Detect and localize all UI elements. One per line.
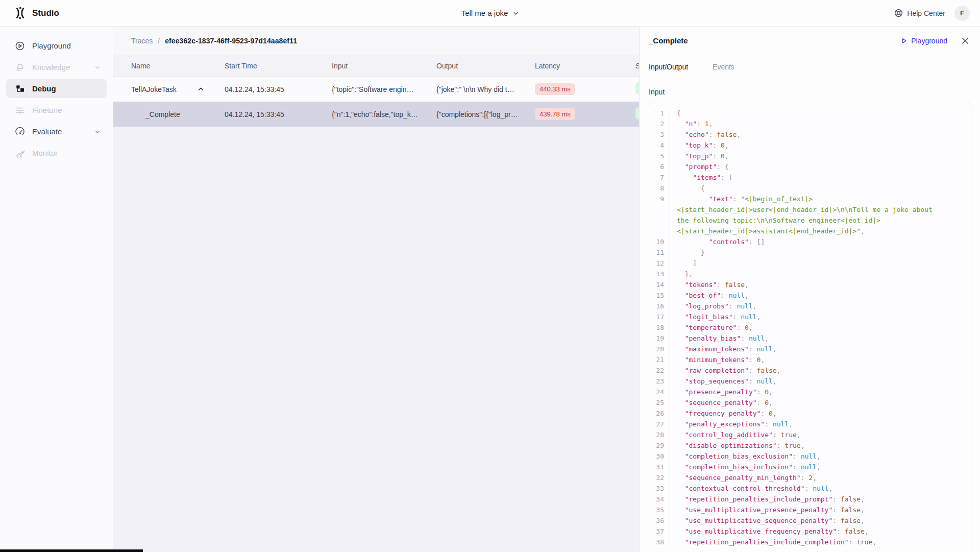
code-content: "contextual_control_threshold": null, (670, 483, 971, 494)
sidebar-item-evaluate[interactable]: Evaluate (6, 122, 107, 141)
code-line: 14 "tokens": false, (649, 279, 971, 290)
code-line: 17 "logit_bias": null, (649, 311, 971, 322)
code-line: 3 "echo": false, (649, 129, 971, 140)
line-number: 29 (649, 440, 670, 451)
user-avatar[interactable]: F (954, 6, 970, 21)
chevron-down-icon (94, 64, 101, 70)
code-line: 20 "maximum_tokens": null, (649, 344, 971, 354)
documents-icon (15, 62, 25, 73)
line-number: 30 (649, 451, 670, 462)
code-content: "use_multiplicative_frequency_penalty": … (670, 526, 971, 537)
output-cell: {"completions":[{"log_pr… (436, 110, 535, 118)
line-number: 2 (649, 118, 670, 129)
life-buoy-icon (894, 9, 903, 17)
code-line: 2 "n": 1, (649, 118, 971, 129)
sidebar-item-playground[interactable]: Playground (6, 36, 107, 55)
sidebar-item-label: Evaluate (32, 127, 62, 136)
code-line: 29 "disable_optimizations": true, (649, 440, 971, 451)
code-line: 37 "use_multiplicative_frequency_penalty… (649, 526, 971, 537)
code-line: 35 "use_multiplicative_presence_penalty"… (649, 505, 971, 515)
line-number: 27 (649, 419, 670, 429)
line-number: 16 (649, 301, 670, 311)
tab-events[interactable]: Events (713, 63, 734, 71)
sidebar-item-debug[interactable]: Debug (6, 79, 107, 98)
code-line: 6 "prompt": { (649, 161, 971, 172)
code-content: } (670, 247, 971, 258)
play-circle-icon (15, 41, 25, 51)
sidebar-item-knowledge[interactable]: Knowledge (6, 58, 107, 77)
sidebar-item-finetune[interactable]: Finetune (6, 101, 107, 119)
status-badge (635, 107, 639, 119)
avatar-initial: F (960, 9, 964, 17)
trace-row-tellajoketask[interactable]: TellAJokeTask04.12.24, 15:33:45{"topic":… (113, 77, 639, 102)
code-content: "completion_bias_exclusion": null, (670, 451, 971, 462)
column-header-name: Name (131, 62, 225, 70)
line-number: 31 (649, 462, 670, 472)
studio-logo-icon (13, 6, 27, 20)
code-content: ] (670, 258, 971, 269)
span-detail-panel: _Complete Playground Input/Output Events… (639, 27, 980, 552)
studio-app: Studio Tell me a joke Help Center F (0, 0, 980, 552)
column-header-latency: Latency (535, 62, 635, 70)
code-content: "tokens": false, (670, 279, 971, 290)
code-content: "controls": [] (670, 236, 971, 247)
brand: Studio (0, 6, 59, 20)
sidebar-item-monitor[interactable]: Monitor (6, 143, 107, 162)
code-content: "echo": false, (670, 129, 971, 140)
breadcrumb-separator: / (158, 37, 160, 45)
code-content: "use_multiplicative_presence_penalty": f… (670, 505, 971, 515)
start-time-cell: 04.12.24, 15:33:45 (225, 85, 332, 93)
column-header-input: Input (332, 62, 436, 70)
input-cell: {"n":1,"echo":false,"top_k… (332, 110, 436, 118)
shell: PlaygroundKnowledgeDebugFinetuneEvaluate… (0, 27, 980, 552)
code-content: "prompt": { (670, 161, 971, 172)
line-number: 12 (649, 258, 670, 269)
line-number: 36 (649, 515, 670, 526)
code-content: "repetition_penalties_include_prompt": f… (670, 494, 971, 505)
latency-badge: 439.78 ms (535, 108, 575, 120)
line-number: 25 (649, 397, 670, 408)
help-center-label: Help Center (907, 9, 945, 17)
help-center-button[interactable]: Help Center (894, 9, 945, 17)
trace-row--complete[interactable]: _Complete04.12.24, 15:33:45{"n":1,"echo"… (113, 102, 639, 127)
code-line: 18 "temperature": 0, (649, 322, 971, 333)
code-content: "log_probs": null, (670, 301, 971, 311)
code-content: "sequence_penalty_min_length": 2, (670, 472, 971, 483)
close-icon[interactable] (962, 37, 969, 44)
code-content: { (670, 108, 971, 118)
open-in-playground-label: Playground (911, 37, 947, 45)
chevron-down-icon (94, 129, 101, 135)
code-line: 16 "log_probs": null, (649, 301, 971, 311)
breadcrumb-traces-link[interactable]: Traces (131, 37, 153, 45)
panel-header: _Complete Playground (640, 27, 980, 55)
project-selector[interactable]: Tell me a joke (461, 9, 519, 17)
code-lines: 1{2 "n": 1,3 "echo": false,4 "top_k": 0,… (649, 108, 971, 547)
table-body: TellAJokeTask04.12.24, 15:33:45{"topic":… (113, 77, 639, 127)
code-line: 28 "control_log_additive": true, (649, 429, 971, 440)
window-edge-artifact (0, 549, 143, 552)
line-number: 21 (649, 354, 670, 365)
input-cell: {"topic":"Software engin… (332, 85, 436, 93)
code-line: 30 "completion_bias_exclusion": null, (649, 451, 971, 462)
code-content: "control_log_additive": true, (670, 429, 971, 440)
code-line: 1{ (649, 108, 971, 118)
code-line: 13 }, (649, 269, 971, 279)
line-number: 26 (649, 408, 670, 419)
code-line: 8 { (649, 183, 971, 194)
code-content: "top_k": 0, (670, 140, 971, 151)
sidebar-item-label: Knowledge (32, 63, 70, 71)
input-json-viewer[interactable]: 1{2 "n": 1,3 "echo": false,4 "top_k": 0,… (649, 103, 971, 552)
code-line: 27 "penalty_exceptions": null, (649, 419, 971, 429)
tab-input-output[interactable]: Input/Output (649, 63, 688, 71)
line-number: 9 (649, 194, 670, 236)
run-triangle-icon (901, 38, 907, 44)
code-content: "n": 1, (670, 118, 971, 129)
line-number: 32 (649, 472, 670, 483)
code-line: 32 "sequence_penalty_min_length": 2, (649, 472, 971, 483)
panel-title: _Complete (649, 36, 688, 45)
line-number: 22 (649, 365, 670, 376)
line-number: 5 (649, 151, 670, 161)
open-in-playground-button[interactable]: Playground (901, 37, 947, 45)
collapse-chevron-up-icon[interactable] (198, 86, 204, 92)
code-content: "frequency_penalty": 0, (670, 408, 971, 419)
